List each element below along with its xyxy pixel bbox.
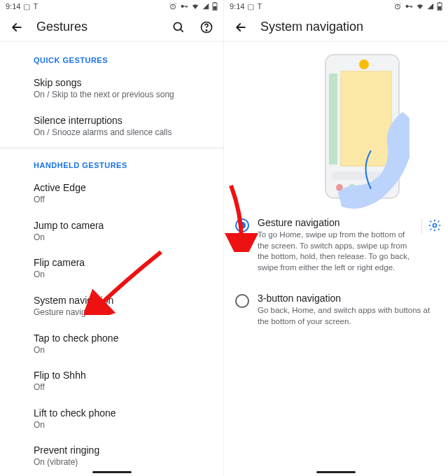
- row-title: Flip to Shhh: [34, 370, 209, 381]
- svg-rect-3: [186, 6, 187, 8]
- row-subtitle: On: [34, 345, 209, 356]
- row-flip-camera[interactable]: Flip camera On: [0, 250, 223, 288]
- section-header-quick: QUICK GESTURES: [0, 46, 223, 70]
- row-subtitle: Off: [34, 195, 209, 206]
- option-title: 3-button navigation: [258, 293, 437, 304]
- page-title: System navigation: [260, 20, 440, 34]
- alarm-icon: [393, 2, 402, 10]
- row-subtitle: On: [34, 420, 209, 431]
- wifi-icon: [191, 2, 200, 10]
- svg-rect-22: [341, 71, 391, 166]
- radio-button[interactable]: [235, 218, 249, 232]
- row-subtitle: On: [34, 232, 209, 244]
- svg-rect-15: [412, 6, 412, 8]
- status-bar: 9:14 ▢ T: [224, 0, 448, 13]
- row-title: Skip songs: [34, 77, 209, 88]
- cell-signal-icon: [427, 3, 434, 10]
- row-prevent-ringing[interactable]: Prevent ringing On (vibrate): [0, 438, 223, 475]
- status-time: 9:14: [230, 2, 244, 10]
- row-title: Prevent ringing: [34, 444, 209, 456]
- row-subtitle: On / Skip to the next or previous song: [34, 90, 209, 101]
- vpn-key-icon: [180, 2, 188, 10]
- row-system-navigation[interactable]: System navigation Gesture navigation: [0, 288, 223, 326]
- svg-rect-14: [411, 6, 412, 8]
- wifi-icon: [416, 2, 424, 10]
- status-bar: 9:14 ▢ T: [0, 0, 223, 13]
- gesture-nav-pill[interactable]: [92, 471, 132, 473]
- option-title: Gesture navigation: [258, 217, 410, 228]
- row-active-edge[interactable]: Active Edge Off: [0, 175, 223, 213]
- option-settings-button[interactable]: [421, 218, 437, 234]
- svg-point-10: [206, 29, 206, 30]
- help-button[interactable]: [198, 19, 215, 36]
- search-button[interactable]: [170, 19, 187, 36]
- divider: [0, 148, 223, 148]
- status-time: 9:14: [6, 2, 20, 10]
- svg-rect-2: [183, 6, 188, 7]
- battery-icon: [437, 2, 442, 10]
- svg-point-8: [174, 22, 181, 30]
- svg-point-21: [359, 59, 369, 69]
- option-description: To go Home, swipe up from the bottom of …: [258, 230, 410, 273]
- row-jump-to-camera[interactable]: Jump to camera On: [0, 213, 223, 251]
- app-bar: Gestures: [0, 13, 223, 42]
- row-title: Tap to check phone: [34, 332, 209, 344]
- svg-rect-7: [214, 6, 217, 10]
- system-navigation-screen: 9:14 ▢ T System navigation: [224, 0, 448, 476]
- back-button[interactable]: [8, 19, 25, 36]
- alarm-icon: [169, 2, 177, 10]
- back-button[interactable]: [232, 19, 249, 36]
- row-skip-songs[interactable]: Skip songs On / Skip to the next or prev…: [0, 70, 223, 108]
- row-title: Flip camera: [34, 257, 209, 268]
- row-title: Lift to check phone: [34, 407, 209, 419]
- vpn-key-icon: [405, 2, 413, 10]
- gestures-screen: 9:14 ▢ T Gestures: [0, 0, 224, 476]
- row-flip-to-shhh[interactable]: Flip to Shhh Off: [0, 363, 223, 400]
- option-description: Go back, Home, and switch apps with butt…: [258, 305, 437, 327]
- row-subtitle: Gesture navigation: [34, 307, 209, 318]
- row-tap-to-check[interactable]: Tap to check phone On: [0, 326, 223, 363]
- photo-icon: ▢: [23, 2, 30, 11]
- option-3-button-navigation[interactable]: 3-button navigation Go back, Home, and s…: [224, 280, 448, 334]
- row-subtitle: Off: [34, 382, 209, 393]
- battery-icon: [212, 2, 218, 10]
- gesture-nav-pill[interactable]: [316, 471, 356, 473]
- tesla-icon: T: [33, 2, 38, 10]
- row-title: System navigation: [34, 295, 209, 306]
- svg-rect-18: [438, 6, 442, 10]
- row-title: Jump to camera: [34, 220, 209, 231]
- section-header-handheld: HANDHELD GESTURES: [0, 151, 223, 175]
- svg-rect-13: [408, 6, 412, 7]
- row-lift-to-check[interactable]: Lift to check phone On: [0, 400, 223, 438]
- svg-point-29: [433, 224, 437, 227]
- tesla-icon: T: [257, 2, 262, 10]
- option-gesture-navigation[interactable]: Gesture navigation To go Home, swipe up …: [224, 210, 448, 280]
- svg-rect-17: [439, 2, 440, 3]
- row-subtitle: On / Snooze alarms and silence calls: [34, 127, 209, 139]
- row-subtitle: On: [34, 270, 209, 281]
- row-subtitle: On (vibrate): [34, 457, 209, 468]
- row-title: Active Edge: [34, 182, 209, 193]
- row-silence-interruptions[interactable]: Silence interruptions On / Snooze alarms…: [0, 108, 223, 146]
- svg-rect-4: [187, 6, 188, 8]
- radio-button[interactable]: [235, 294, 249, 308]
- page-title: Gestures: [36, 20, 159, 34]
- row-title: Silence interruptions: [34, 115, 209, 126]
- photo-icon: ▢: [247, 2, 254, 11]
- illustration: [224, 42, 448, 210]
- cell-signal-icon: [202, 3, 209, 10]
- svg-rect-6: [214, 2, 216, 3]
- svg-point-1: [181, 5, 184, 8]
- svg-point-12: [406, 5, 409, 8]
- svg-rect-20: [329, 74, 337, 164]
- app-bar: System navigation: [224, 13, 448, 42]
